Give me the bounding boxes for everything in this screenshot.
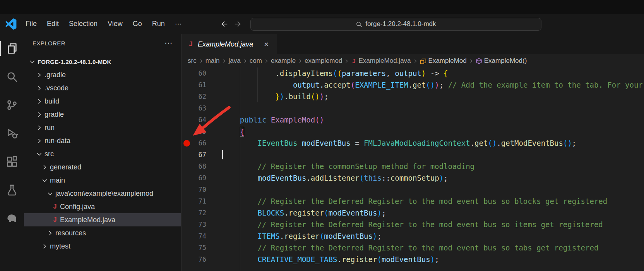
breadcrumb-4-example[interactable]: example bbox=[271, 57, 296, 65]
activity-source-control[interactable] bbox=[0, 95, 24, 115]
menu-run[interactable]: Run bbox=[147, 17, 170, 31]
breakpoint-dot[interactable] bbox=[183, 140, 190, 147]
code-token bbox=[222, 243, 258, 252]
java-file-icon bbox=[188, 40, 194, 48]
tree-item-build[interactable]: build bbox=[24, 95, 181, 108]
code-token: ( bbox=[426, 81, 430, 89]
menu-file[interactable]: File bbox=[21, 17, 42, 31]
tree-item-label: src bbox=[45, 150, 54, 158]
tab-close-icon[interactable]: ✕ bbox=[262, 40, 271, 49]
code-line-75[interactable]: 75 // Register the Deferred Register to … bbox=[182, 242, 644, 254]
code-token: ; bbox=[444, 174, 448, 182]
code-token: -> bbox=[426, 69, 444, 78]
java-file-icon bbox=[51, 216, 59, 223]
breadcrumb-1-main[interactable]: main bbox=[206, 57, 220, 65]
breadcrumb-6-examplemod-java[interactable]: ExampleMod.java bbox=[351, 57, 411, 65]
code-token: = bbox=[351, 139, 364, 147]
chevron-right-icon bbox=[35, 110, 43, 119]
editor-group: ExampleMod.java ✕ srcmainjavacomexamplee… bbox=[182, 34, 644, 271]
code-line-73[interactable]: 73 // Register the Deferred Register to … bbox=[182, 219, 644, 230]
command-center[interactable]: forge-1.20.2-48.1.0-mdk bbox=[250, 18, 541, 31]
code-token: modEventBus bbox=[382, 255, 430, 264]
tab-examplemod-java[interactable]: ExampleMod.java ✕ bbox=[182, 34, 277, 54]
code-line-67[interactable]: 67 bbox=[182, 149, 644, 161]
tree-item-gradle[interactable]: gradle bbox=[24, 108, 181, 121]
activity-testing[interactable] bbox=[0, 180, 24, 200]
menu-selection[interactable]: Selection bbox=[64, 17, 103, 31]
tree-item-vscode[interactable]: .vscode bbox=[24, 81, 181, 95]
code-line-66[interactable]: 66 IEventBus modEventBus = FMLJavaModLoa… bbox=[182, 137, 644, 149]
code-token: output bbox=[293, 81, 320, 89]
code-line-76[interactable]: 76 CREATIVE_MODE_TABS.register(modEventB… bbox=[182, 254, 644, 265]
line-number: 75 bbox=[182, 242, 206, 254]
code-line-72[interactable]: 72 BLOCKS.register(modEventBus); bbox=[182, 207, 644, 219]
code-token: build bbox=[289, 92, 311, 101]
code-token: :: bbox=[382, 174, 391, 182]
code-token: ; bbox=[572, 139, 576, 147]
menu-view[interactable]: View bbox=[103, 17, 128, 31]
code-token: register bbox=[284, 232, 320, 240]
code-line-74[interactable]: 74 ITEMS.register(modEventBus); bbox=[182, 230, 644, 242]
tree-item-src[interactable]: src bbox=[24, 147, 181, 161]
activity-run-debug[interactable] bbox=[0, 124, 24, 143]
code-line-63[interactable]: 63 bbox=[182, 102, 644, 114]
tree-item-generated[interactable]: generated bbox=[24, 161, 181, 174]
tree-item-main[interactable]: main bbox=[24, 174, 181, 187]
breadcrumb-3-com[interactable]: com bbox=[250, 57, 262, 65]
code-token: ITEMS bbox=[258, 232, 280, 240]
menu-more[interactable]: ⋯ bbox=[170, 17, 187, 31]
explorer-actions-button[interactable]: ⋯ bbox=[164, 41, 173, 45]
code-token: EXAMPLE_ITEM bbox=[355, 81, 408, 89]
tree-item-mytest[interactable]: mytest bbox=[24, 240, 181, 253]
breadcrumb-7-examplemod[interactable]: ExampleMod bbox=[420, 57, 467, 65]
code-line-68[interactable]: 68 // Register the commonSetup method fo… bbox=[182, 161, 644, 172]
chevron-down-icon bbox=[40, 176, 49, 185]
code-line-69[interactable]: 69 modEventBus.addListener(this::commonS… bbox=[182, 172, 644, 184]
code-token: get bbox=[474, 139, 488, 147]
breadcrumb-separator bbox=[298, 59, 303, 64]
code-token: ( bbox=[377, 255, 381, 264]
breadcrumb-8-examplemod[interactable]: ExampleMod() bbox=[476, 57, 527, 65]
code-token: ) bbox=[320, 92, 324, 101]
tree-item-java-com-example-examplemod[interactable]: java\com\example\examplemod bbox=[24, 187, 181, 200]
code-token: modEventBus bbox=[302, 139, 351, 147]
tree-item-run-data[interactable]: run-data bbox=[24, 134, 181, 147]
nav-back-button[interactable] bbox=[217, 17, 231, 31]
chevron-right-icon bbox=[35, 97, 43, 105]
activity-gradle[interactable] bbox=[0, 209, 24, 228]
code-token bbox=[222, 197, 258, 205]
code-line-64[interactable]: 64 public ExampleMod() bbox=[182, 114, 644, 126]
code-token: ; bbox=[377, 232, 381, 240]
code-token bbox=[222, 174, 258, 182]
code-token: ( bbox=[488, 139, 492, 147]
code-line-65[interactable]: 65 { bbox=[182, 126, 644, 137]
code-line-70[interactable]: 70 bbox=[182, 184, 644, 195]
breadcrumb-5-examplemod[interactable]: examplemod bbox=[305, 57, 342, 65]
tree-item-resources[interactable]: resources bbox=[24, 226, 181, 240]
breadcrumb-label: ExampleMod() bbox=[484, 57, 527, 65]
chevron-right-icon bbox=[46, 229, 54, 237]
menu-edit[interactable]: Edit bbox=[42, 17, 64, 31]
run-debug-icon bbox=[6, 128, 18, 139]
code-line-71[interactable]: 71 // Register the Deferred Register to … bbox=[182, 195, 644, 207]
nav-forward-button[interactable] bbox=[231, 17, 245, 31]
tree-item-examplemod-java[interactable]: ExampleMod.java bbox=[24, 213, 181, 226]
activity-search[interactable] bbox=[0, 67, 24, 86]
activity-explorer[interactable] bbox=[0, 39, 24, 58]
activity-extensions[interactable] bbox=[0, 152, 24, 171]
tree-item-forge-1-20-2-48-1-0-mdk[interactable]: FORGE-1.20.2-48.1.0-MDK bbox=[24, 55, 181, 68]
menu-go[interactable]: Go bbox=[128, 17, 147, 31]
line-number: 73 bbox=[182, 219, 206, 230]
code-token: addListener bbox=[311, 174, 360, 182]
breadcrumb-0-src[interactable]: src bbox=[188, 57, 197, 65]
line-number: 70 bbox=[182, 184, 206, 195]
tree-item-run[interactable]: run bbox=[24, 121, 181, 134]
chevron-down-icon bbox=[28, 57, 36, 66]
window-drag-area bbox=[0, 0, 644, 14]
tree-item-config-java[interactable]: Config.java bbox=[24, 200, 181, 213]
code-line-62[interactable]: 62 }).build()); bbox=[182, 91, 644, 102]
breadcrumb-2-java[interactable]: java bbox=[229, 57, 241, 65]
code-line-61[interactable]: 61 output.accept(EXAMPLE_ITEM.get()); //… bbox=[182, 79, 644, 91]
code-line-60[interactable]: 60 .displayItems((parameters, output) ->… bbox=[182, 67, 644, 79]
tree-item-gradle[interactable]: .gradle bbox=[24, 68, 181, 81]
